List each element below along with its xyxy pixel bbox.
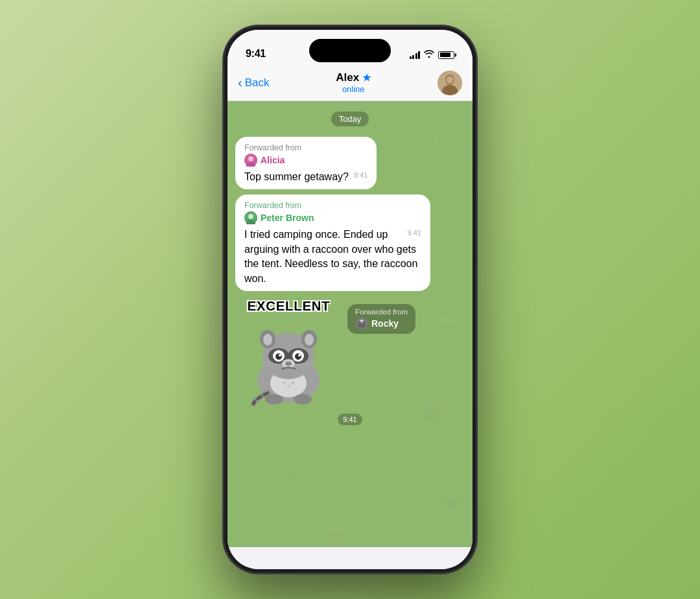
svg-point-34 [263, 334, 272, 346]
phone-frame: 9:41 [224, 26, 476, 573]
back-chevron-icon: ‹ [238, 75, 242, 90]
svg-point-24 [248, 156, 253, 161]
battery-icon [438, 51, 454, 59]
svg-point-52 [283, 382, 285, 384]
svg-point-57 [358, 321, 361, 323]
forwarded-sender-1: Alicia [244, 154, 368, 167]
signal-icon [410, 51, 421, 59]
rocky-avatar [355, 317, 368, 330]
dynamic-island [309, 39, 391, 62]
date-separator: Today [235, 112, 465, 126]
sticker-text: EXCELLENT [248, 299, 331, 314]
svg-point-27 [248, 214, 253, 219]
back-button[interactable]: ‹ Back [238, 76, 269, 90]
back-label: Back [245, 76, 270, 89]
sender-name-rocky: Rocky [371, 318, 399, 329]
nav-center: Alex ★ online [336, 71, 371, 94]
forwarded-sender-2: Peter Brown [244, 211, 421, 224]
rocky-forwarded-label: Forwarded from [355, 308, 408, 316]
nav-title: Alex ★ [336, 71, 371, 84]
online-status: online [342, 84, 365, 94]
wifi-icon [424, 50, 434, 60]
chat-messages: Today Forwarded from Alicia [228, 101, 472, 547]
status-time: 9:41 [246, 48, 266, 60]
svg-point-43 [298, 354, 301, 357]
peter-avatar [244, 211, 257, 224]
svg-point-54 [292, 382, 294, 384]
sender-name-alicia: Alicia [261, 155, 285, 165]
svg-point-35 [305, 334, 314, 346]
message-text-2: I tried camping once. Ended up arguing w… [244, 229, 417, 283]
avatar[interactable] [438, 71, 462, 95]
rocky-sender-row: Rocky [355, 317, 408, 330]
phone-screen: 9:41 [228, 30, 472, 569]
svg-point-50 [265, 394, 283, 405]
svg-point-53 [287, 385, 290, 388]
message-bubble-2: Forwarded from Peter Brown 9:41 I tried [235, 194, 430, 291]
svg-point-41 [295, 353, 301, 360]
raccoon-svg [235, 299, 342, 406]
svg-point-40 [275, 353, 282, 360]
svg-point-51 [294, 394, 312, 405]
forwarded-label-2: Forwarded from [244, 201, 421, 210]
message-bubble-1: Forwarded from Alicia 9:41 Top summer g [235, 137, 377, 189]
alicia-avatar [244, 154, 257, 167]
message-time-2: 9:41 [407, 229, 421, 237]
premium-star-icon: ★ [362, 72, 371, 84]
sticker-row: EXCELLENT [235, 299, 465, 406]
svg-point-42 [279, 354, 281, 357]
sticker-meta: Forwarded from [347, 299, 415, 334]
chat-area: 🍬 🌸 🦴 🌿 ☕ 🍭 🌺 🦔 💙 🎀 [228, 101, 472, 547]
status-icons [410, 50, 455, 60]
svg-point-58 [362, 321, 365, 323]
raccoon-sticker: EXCELLENT [235, 299, 342, 406]
svg-point-45 [285, 361, 292, 366]
sender-name-peter: Peter Brown [261, 213, 314, 223]
svg-point-59 [358, 323, 366, 328]
nav-header: ‹ Back Alex ★ online [228, 65, 472, 101]
date-label: Today [331, 112, 369, 126]
message-text-1: Top summer getaway? [244, 171, 349, 182]
svg-point-3 [446, 76, 453, 83]
forwarded-pill-rocky: Forwarded from [347, 304, 415, 334]
forwarded-label-1: Forwarded from [244, 143, 368, 152]
sticker-time: 9:41 [338, 414, 362, 425]
contact-name: Alex [336, 71, 359, 84]
bottom-safe-area [228, 547, 472, 569]
message-time-1: 9:41 [354, 171, 368, 179]
sticker-time-container: 9:41 [235, 414, 465, 428]
